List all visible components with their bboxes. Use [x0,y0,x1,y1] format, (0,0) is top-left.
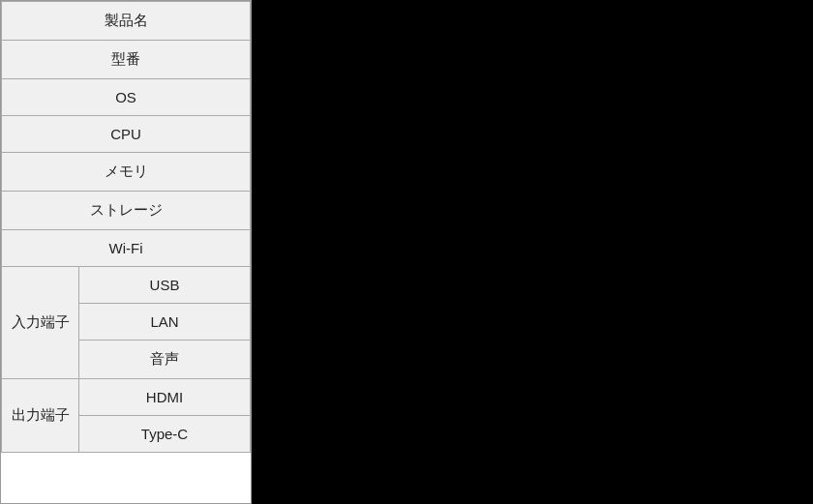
table-row: メモリ [2,153,251,192]
spec-table: 製品名 型番 OS CPU メモリ ストレージ Wi-Fi 入力端子 [1,1,251,453]
row-label-wifi: Wi-Fi [2,230,251,267]
row-label-product: 製品名 [2,2,251,41]
row-label-cpu: CPU [2,116,251,153]
table-row: CPU [2,116,251,153]
group-label-output: 出力端子 [2,379,79,453]
input-usb: USB [79,267,251,304]
output-typec: Type-C [79,416,251,453]
input-lan: LAN [79,304,251,341]
row-label-model: 型番 [2,41,251,79]
row-label-memory: メモリ [2,153,251,192]
table-row-input-usb: 入力端子 USB [2,267,251,304]
table-row: 製品名 [2,2,251,41]
table-row-output-hdmi: 出力端子 HDMI [2,379,251,416]
input-audio: 音声 [79,341,251,379]
table-row: Wi-Fi [2,230,251,267]
spec-table-container: 製品名 型番 OS CPU メモリ ストレージ Wi-Fi 入力端子 [0,0,252,504]
output-hdmi: HDMI [79,379,251,416]
row-label-storage: ストレージ [2,192,251,230]
black-area [252,0,813,504]
table-row: OS [2,79,251,116]
table-row: 型番 [2,41,251,79]
row-label-os: OS [2,79,251,116]
table-row: ストレージ [2,192,251,230]
group-label-input: 入力端子 [2,267,79,379]
